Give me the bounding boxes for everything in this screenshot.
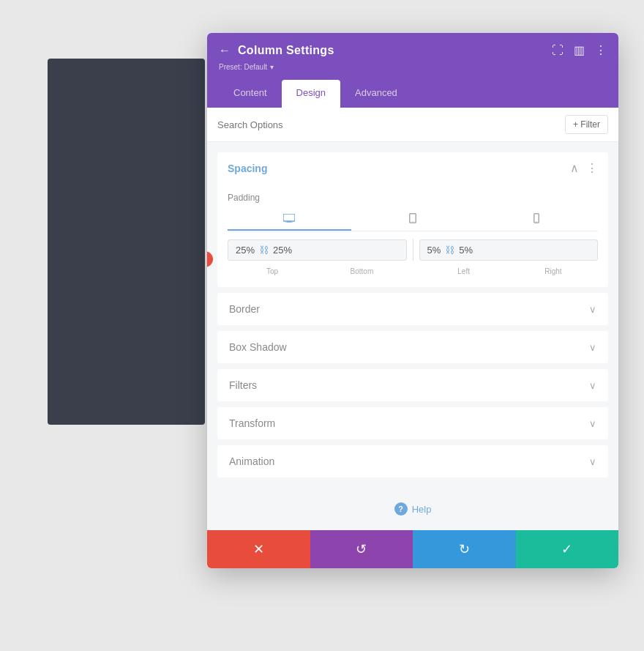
collapsible-sections: Border ∨ Box Shadow ∨ Filters ∨ Transfor… [207, 293, 618, 477]
bottom-value: 25% [273, 245, 292, 256]
notification-badge: 1 [207, 251, 213, 267]
redo-icon: ↻ [459, 541, 470, 557]
padding-inputs-wrapper: 1 25% ⛓ 25% 5% [217, 231, 608, 287]
top-bottom-group: 25% ⛓ 25% [228, 239, 407, 261]
redo-button[interactable]: ↻ [413, 530, 516, 568]
section-filters: Filters ∨ [217, 369, 608, 401]
section-label-animation: Animation [229, 455, 274, 467]
top-sublabel: Top [266, 267, 278, 275]
filter-button[interactable]: + Filter [565, 115, 608, 134]
vertical-divider [413, 239, 413, 261]
left-sublabel: Left [457, 267, 470, 275]
panel-title: Column Settings [238, 44, 334, 57]
section-label-transform: Transform [229, 417, 275, 429]
chevron-down-icon-filters: ∨ [589, 380, 596, 391]
tab-design[interactable]: Design [282, 80, 340, 108]
right-sublabel: Right [544, 267, 561, 275]
left-value: 5% [427, 245, 441, 256]
title-area: ← Column Settings [219, 44, 334, 57]
more-icon[interactable]: ⋮ [595, 43, 607, 57]
tab-advanced[interactable]: Advanced [340, 80, 412, 108]
link-icon-2[interactable]: ⛓ [445, 245, 454, 256]
header-icons: ⛶ ▥ ⋮ [552, 43, 607, 57]
reset-icon: ↺ [356, 541, 367, 557]
tabs: Content Design Advanced [219, 80, 607, 108]
right-value: 5% [459, 245, 473, 256]
section-animation: Animation ∨ [217, 445, 608, 477]
column-settings-panel: ← Column Settings ⛶ ▥ ⋮ Preset: Default … [207, 33, 618, 568]
svg-rect-1 [287, 221, 291, 223]
chevron-down-icon-border: ∨ [589, 304, 596, 315]
section-header-filters[interactable]: Filters ∨ [217, 369, 608, 401]
device-tab-mobile[interactable] [474, 207, 598, 231]
back-icon[interactable]: ← [219, 44, 231, 57]
padding-label: Padding [217, 184, 608, 207]
panel-header: ← Column Settings ⛶ ▥ ⋮ Preset: Default … [207, 33, 618, 108]
panel-footer: ✕ ↺ ↻ ✓ [207, 530, 618, 568]
left-right-group: 5% ⛓ 5% [419, 239, 599, 261]
preset-row[interactable]: Preset: Default ▾ [219, 63, 607, 71]
chevron-down-icon-box-shadow: ∨ [589, 342, 596, 353]
columns-icon[interactable]: ▥ [574, 43, 585, 57]
spacing-title: Spacing [228, 163, 267, 174]
section-transform: Transform ∨ [217, 407, 608, 439]
help-icon: ? [394, 502, 408, 516]
background-panel [48, 59, 205, 425]
svg-point-4 [412, 221, 413, 222]
link-icon-1[interactable]: ⛓ [259, 245, 269, 256]
screen-icon[interactable]: ⛶ [552, 44, 564, 57]
section-header-border[interactable]: Border ∨ [217, 293, 608, 325]
padding-sublabels: Top Bottom Left Right [228, 264, 598, 277]
panel-body: + Filter Spacing ∧ ⋮ Padding [207, 108, 618, 530]
collapse-icon[interactable]: ∧ [570, 161, 579, 175]
preset-label: Preset: Default [219, 63, 267, 71]
save-icon: ✓ [561, 541, 572, 557]
section-label-box-shadow: Box Shadow [229, 341, 287, 353]
cancel-button[interactable]: ✕ [207, 530, 310, 568]
svg-point-6 [536, 221, 536, 222]
more-options-icon[interactable]: ⋮ [586, 161, 598, 175]
section-header-box-shadow[interactable]: Box Shadow ∨ [217, 331, 608, 363]
reset-button[interactable]: ↺ [310, 530, 413, 568]
spacing-section-header[interactable]: Spacing ∧ ⋮ [217, 152, 608, 184]
section-label-filters: Filters [229, 379, 257, 391]
section-box-shadow: Box Shadow ∨ [217, 331, 608, 363]
device-tabs [228, 207, 598, 231]
section-icons: ∧ ⋮ [570, 161, 598, 175]
cancel-icon: ✕ [253, 541, 264, 557]
section-header-animation[interactable]: Animation ∨ [217, 445, 608, 477]
chevron-down-icon-animation: ∨ [589, 456, 596, 467]
section-label-border: Border [229, 303, 260, 315]
save-button[interactable]: ✓ [516, 530, 619, 568]
padding-row: 25% ⛓ 25% 5% ⛓ 5% [228, 239, 598, 261]
device-tab-desktop[interactable] [228, 207, 351, 231]
tab-content[interactable]: Content [219, 80, 282, 108]
help-row: ? Help [207, 488, 618, 530]
chevron-down-icon-transform: ∨ [589, 418, 596, 429]
section-border: Border ∨ [217, 293, 608, 325]
svg-rect-0 [283, 214, 295, 221]
search-row: + Filter [207, 108, 618, 142]
svg-rect-2 [285, 223, 293, 223]
preset-chevron: ▾ [270, 63, 274, 71]
spacing-section: Spacing ∧ ⋮ Padding [217, 152, 608, 287]
search-input[interactable] [217, 119, 559, 130]
help-label[interactable]: Help [412, 504, 432, 515]
section-header-transform[interactable]: Transform ∨ [217, 407, 608, 439]
device-tab-tablet[interactable] [351, 207, 475, 231]
bottom-sublabel: Bottom [351, 267, 374, 275]
top-value: 25% [236, 245, 255, 256]
filter-label: + Filter [573, 119, 600, 130]
